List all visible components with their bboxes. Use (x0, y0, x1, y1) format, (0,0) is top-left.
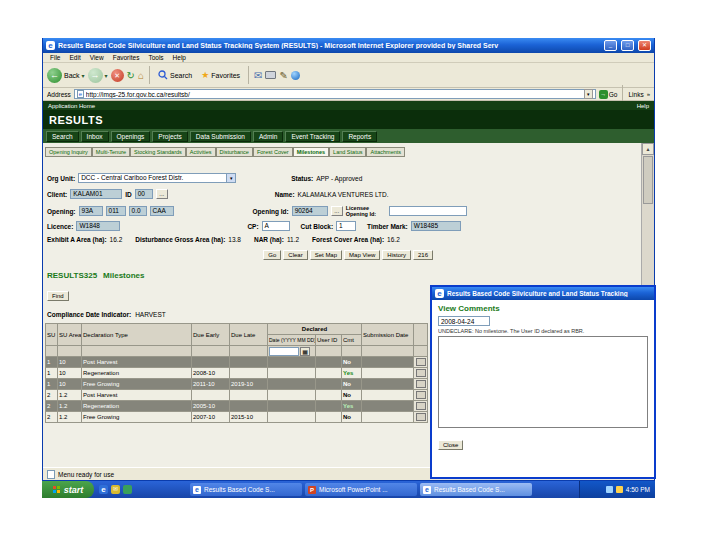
client-id-field[interactable]: 00 (135, 189, 153, 199)
maximize-button[interactable]: □ (621, 40, 634, 51)
back-button[interactable]: ← Back ▾ (47, 68, 85, 83)
org-unit-select[interactable]: DCC - Central Cariboo Forest Distr. ▾ (78, 173, 236, 183)
go-button[interactable]: → Go (599, 90, 618, 99)
nav-search[interactable]: Search (46, 131, 79, 142)
popup-titlebar[interactable]: e Results Based Code Silviculture and La… (432, 287, 654, 300)
opening-part2-field[interactable]: 011 (106, 206, 126, 216)
go-action-button[interactable]: Go (263, 250, 281, 260)
timber-mark-field[interactable]: W18485 (411, 221, 461, 231)
close-button[interactable]: ✕ (638, 40, 651, 51)
nav-data-submission[interactable]: Data Submission (190, 131, 251, 142)
cmt-cell[interactable]: Yes (342, 368, 362, 379)
application-home-link[interactable]: Application Home (48, 103, 95, 109)
tab-stocking-standards[interactable]: Stocking Standards (130, 147, 186, 157)
opening-part3-field[interactable]: 0.0 (129, 206, 147, 216)
address-dropdown-icon[interactable]: ▾ (584, 89, 593, 99)
cmt-cell[interactable]: No (342, 379, 362, 390)
help-link[interactable]: Help (637, 103, 649, 109)
opening-part4-field[interactable]: CAA (150, 206, 174, 216)
mail-button[interactable]: ✉ (254, 69, 262, 82)
cmt-cell[interactable]: No (342, 412, 362, 423)
client-code-field[interactable]: KALAM01 (70, 189, 122, 199)
licensee-opening-id-field[interactable] (389, 206, 467, 216)
start-button[interactable]: start (42, 481, 94, 498)
tab-attachments[interactable]: Attachments (366, 147, 405, 157)
edit-button[interactable]: ✎ (279, 69, 287, 82)
row-action-button[interactable] (416, 413, 426, 421)
opening-part1-field[interactable]: 93A (79, 206, 103, 216)
nav-projects[interactable]: Projects (152, 131, 187, 142)
tab-forest-cover[interactable]: Forest Cover (253, 147, 293, 157)
menu-view[interactable]: View (86, 54, 108, 61)
nav-event-tracking[interactable]: Event Tracking (285, 131, 340, 142)
row-action-button[interactable] (416, 391, 426, 399)
find-button[interactable]: Find (47, 291, 69, 301)
clear-button[interactable]: Clear (283, 250, 307, 260)
messenger-button[interactable] (291, 71, 300, 80)
menu-help[interactable]: Help (169, 54, 190, 61)
declared-date-filter-input[interactable] (269, 347, 299, 356)
client-lookup-button[interactable]: ... (156, 189, 168, 199)
extra-action-button[interactable]: 216 (413, 250, 433, 260)
row-action-button[interactable] (416, 402, 426, 410)
nav-reports[interactable]: Reports (342, 131, 377, 142)
map-view-button[interactable]: Map View (344, 250, 380, 260)
licence-field[interactable]: W1848 (76, 221, 120, 231)
close-comments-button[interactable]: Close (438, 440, 463, 450)
tab-land-status[interactable]: Land Status (329, 147, 366, 157)
nav-admin[interactable]: Admin (253, 131, 283, 142)
cp-field[interactable]: A (262, 221, 290, 231)
menu-file[interactable]: File (46, 54, 64, 61)
forward-button[interactable]: → ▾ (88, 68, 108, 83)
search-button[interactable]: Search (155, 66, 195, 85)
cmt-cell[interactable]: No (342, 357, 362, 368)
cmt-cell[interactable]: No (342, 390, 362, 401)
row-action-button[interactable] (416, 369, 426, 377)
scroll-up-icon[interactable]: ▲ (642, 143, 654, 155)
scrollbar-thumb[interactable] (643, 156, 653, 204)
task-results-2[interactable]: e Results Based Code S... (420, 483, 532, 496)
cut-block-field[interactable]: 1 (336, 221, 356, 231)
comment-box[interactable] (438, 336, 648, 428)
cmt-cell[interactable]: Yes (342, 401, 362, 412)
minimize-button[interactable]: _ (604, 40, 617, 51)
calendar-icon[interactable]: ▦ (300, 347, 310, 356)
quick-launch-mail-icon[interactable]: ✉ (111, 485, 120, 494)
menu-edit[interactable]: Edit (65, 54, 84, 61)
task-results-1[interactable]: e Results Based Code S... (190, 483, 302, 496)
window-titlebar[interactable]: e Results Based Code Silviculture and La… (43, 38, 654, 53)
opening-id-field[interactable]: 90264 (292, 206, 328, 216)
home-button[interactable]: ⌂ (138, 69, 144, 82)
tab-activities[interactable]: Activities (186, 147, 216, 157)
links-label[interactable]: Links (628, 91, 643, 98)
org-unit-dropdown-icon[interactable]: ▾ (226, 173, 236, 183)
task-powerpoint[interactable]: P Microsoft PowerPoint ... (305, 483, 417, 496)
history-button[interactable]: History (382, 250, 411, 260)
quick-launch-desktop-icon[interactable] (123, 485, 132, 494)
print-button[interactable] (265, 71, 276, 79)
favorites-button[interactable]: ★ Favorites (198, 66, 243, 85)
opening-id-lookup-button[interactable]: ... (331, 206, 343, 216)
tab-multi-tenure[interactable]: Multi-Tenure (92, 147, 130, 157)
cell-due-early (192, 390, 230, 401)
menu-tools[interactable]: Tools (144, 54, 167, 61)
tab-opening-inquiry[interactable]: Opening Inquiry (45, 147, 92, 157)
tab-milestones[interactable]: Milestones (293, 147, 329, 157)
back-dropdown-icon[interactable]: ▾ (82, 72, 85, 79)
row-action-button[interactable] (416, 380, 426, 388)
set-map-button[interactable]: Set Map (310, 250, 342, 260)
tab-disturbance[interactable]: Disturbance (216, 147, 253, 157)
quick-launch-ie-icon[interactable]: e (99, 485, 108, 494)
nav-inbox[interactable]: Inbox (81, 131, 109, 142)
menu-favorites[interactable]: Favorites (109, 54, 144, 61)
address-input[interactable]: e http://imgs-25.for.gov.bc.ca/resultsb/… (74, 89, 596, 99)
clock[interactable]: 4:50 PM (626, 486, 650, 493)
refresh-button[interactable]: ↻ (127, 69, 135, 82)
forward-dropdown-icon[interactable]: ▾ (105, 72, 108, 79)
nav-openings[interactable]: Openings (111, 131, 151, 142)
tray-network-icon[interactable] (606, 486, 613, 493)
stop-button[interactable]: ✕ (111, 69, 124, 82)
row-action-button[interactable] (416, 358, 426, 366)
cell-action (414, 401, 428, 412)
tray-volume-icon[interactable] (616, 486, 623, 493)
